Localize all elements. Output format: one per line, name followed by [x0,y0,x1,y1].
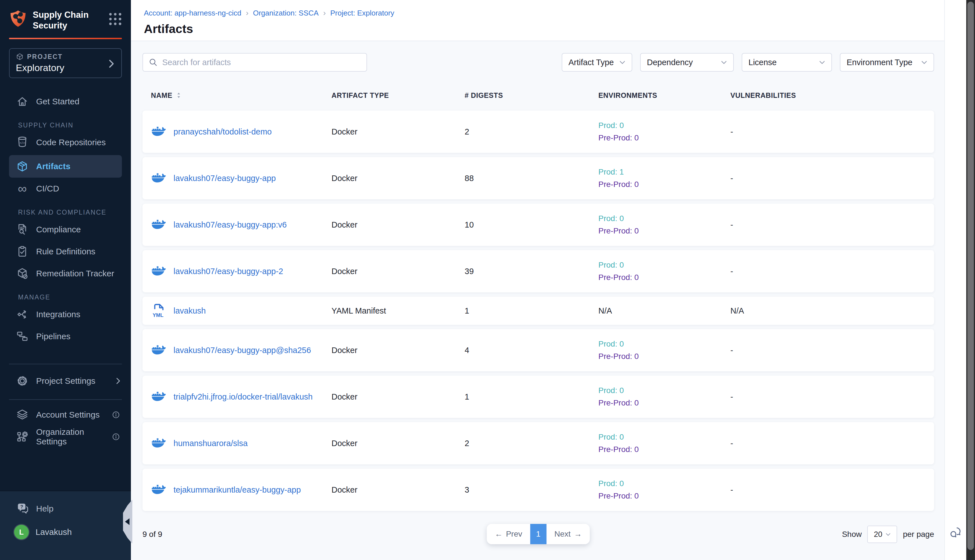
artifact-name-link[interactable]: humanshuarora/slsa [174,439,253,448]
project-label: PROJECT [27,53,63,61]
filter-label: License [748,58,777,67]
scrollbar-thumb[interactable] [967,2,974,550]
sidebar-item-rule-definitions[interactable]: Rule Definitions [0,240,131,263]
artifact-name-link[interactable]: pranaycshah/todolist-demo [174,127,277,137]
sidebar-item-project-settings[interactable]: Project Settings [0,370,131,392]
sidebar-item-label: Organization Settings [36,427,112,447]
search-input[interactable] [162,58,361,67]
prod-env-link[interactable]: Prod: 0 [598,212,730,225]
support-chat-icon[interactable] [949,527,962,538]
sidebar-item-account-settings[interactable]: Account Settings [0,404,131,426]
sidebar-item-remediation-tracker[interactable]: Remediation Tracker [0,263,131,285]
show-label: Show [842,530,861,539]
right-rail [944,0,966,560]
chevron-right-icon [109,60,114,68]
breadcrumb: Account: app-harness-ng-cicd › Organizat… [144,8,944,17]
environments-cell: N/A [598,306,730,315]
preprod-env-link[interactable]: Pre-Prod: 0 [598,443,730,456]
info-icon[interactable] [112,433,120,441]
sidebar-item-label: Rule Definitions [36,247,95,256]
sidebar-nav: Get Started SUPPLY CHAIN </> Code Reposi… [0,90,131,448]
page-number-button[interactable]: 1 [530,524,546,544]
artifact-name-link[interactable]: lavakush [174,306,211,315]
sidebar-item-label: Project Settings [36,376,95,386]
prod-env-link[interactable]: Prod: 0 [598,259,730,271]
sidebar-item-compliance[interactable]: Compliance [0,218,131,240]
preprod-env-link[interactable]: Pre-Prod: 0 [598,350,730,363]
prod-env-link[interactable]: Prod: 0 [598,477,730,490]
info-icon[interactable] [112,410,120,419]
preprod-env-link[interactable]: Pre-Prod: 0 [598,132,730,144]
preprod-env-link[interactable]: Pre-Prod: 0 [598,271,730,284]
table-header: NAME ARTIFACT TYPE # DIGESTS ENVIRONMENT… [142,90,934,101]
sort-icon[interactable] [176,92,181,99]
sidebar-item-integrations[interactable]: Integrations [0,303,131,325]
preprod-env-link[interactable]: Pre-Prod: 0 [598,490,730,502]
artifact-name-link[interactable]: tejakummarikuntla/easy-buggy-app [174,485,306,495]
preprod-env-link[interactable]: Pre-Prod: 0 [598,225,730,237]
app-switcher-grid-icon[interactable] [109,13,121,25]
artifact-type-cell: Docker [332,127,465,137]
prod-env-link[interactable]: Prod: 0 [598,431,730,443]
sidebar-item-get-started[interactable]: Get Started [0,90,131,113]
pipelines-icon [16,330,29,343]
sidebar-item-pipelines[interactable]: Pipelines [0,325,131,347]
sidebar-item-organization-settings[interactable]: Organization Settings [0,426,131,448]
artifact-name-link[interactable]: trialpfv2hi.jfrog.io/docker-trial/lavaku… [174,392,318,402]
project-name: Exploratory [16,62,115,73]
prev-label: Prev [506,530,522,538]
table-row: humanshuarora/slsa Docker 2 Prod: 0 Pre-… [142,422,934,464]
sidebar-item-label: CI/CD [36,184,59,193]
prod-env-link[interactable]: Prod: 0 [598,119,730,132]
gear-icon [16,375,29,387]
preprod-env-link[interactable]: Pre-Prod: 0 [598,178,730,191]
docker-icon [151,125,167,138]
app-root: Supply Chain Security PROJECT Explorator… [0,0,975,560]
page-size-select[interactable]: 20 [867,526,897,543]
sidebar-item-help[interactable]: ? Help [0,497,131,520]
digests-cell: 10 [465,220,598,230]
sidebar-item-label: Get Started [36,97,79,106]
sidebar-item-label: Help [36,504,53,513]
docker-icon [151,437,167,450]
prod-env-link[interactable]: Prod: 1 [598,166,730,178]
sidebar-item-artifacts[interactable]: Artifacts [9,155,122,178]
breadcrumb-organization-link[interactable]: Organization: SSCA [253,9,319,17]
artifact-name-link[interactable]: lavakush07/easy-buggy-app@sha256 [174,346,317,355]
preprod-env-link[interactable]: Pre-Prod: 0 [598,397,730,409]
home-icon [16,95,29,108]
environment-type-filter[interactable]: Environment Type [840,53,934,72]
artifact-type-filter[interactable]: Artifact Type [562,53,632,72]
vulnerabilities-cell: - [730,127,934,137]
digests-cell: 4 [465,346,598,355]
integrations-icon [16,308,29,321]
sidebar-item-code-repositories[interactable]: </> Code Repositories [0,132,131,153]
artifact-name-link[interactable]: lavakush07/easy-buggy-app-2 [174,267,289,276]
page-scrollbar[interactable] [966,0,975,560]
breadcrumb-account-link[interactable]: Account: app-harness-ng-cicd [144,9,241,17]
next-label: Next [554,530,571,538]
digests-cell: 2 [465,439,598,448]
page-size-control: Show 20 per page [842,526,934,543]
breadcrumb-project-link[interactable]: Project: Exploratory [331,9,394,17]
docker-icon [151,265,167,277]
vulnerabilities-cell: - [730,174,934,183]
user-menu[interactable]: L Lavakush [0,520,131,544]
docker-icon [151,172,167,184]
artifact-name-link[interactable]: lavakush07/easy-buggy-app:v6 [174,220,292,230]
prod-env-link[interactable]: Prod: 0 [598,384,730,397]
sidebar-item-cicd[interactable]: ∞ CI/CD [0,178,131,200]
sidebar-bottom-panel: ? Help L Lavakush [0,491,131,560]
chevron-down-icon [614,61,626,64]
artifact-type-cell: Docker [332,392,465,402]
license-filter[interactable]: License [742,53,832,72]
table-row: lavakush07/easy-buggy-app-2 Docker 39 Pr… [142,250,934,292]
dependency-filter[interactable]: Dependency [640,53,734,72]
next-page-button[interactable]: Next → [546,524,590,544]
pager: ← Prev 1 Next → [487,524,589,544]
prev-page-button[interactable]: ← Prev [487,524,530,544]
column-vulnerabilities: VULNERABILITIES [730,92,934,100]
prod-env-link[interactable]: Prod: 0 [598,338,730,350]
artifact-name-link[interactable]: lavakush07/easy-buggy-app [174,174,282,183]
project-selector[interactable]: PROJECT Exploratory [9,48,122,78]
